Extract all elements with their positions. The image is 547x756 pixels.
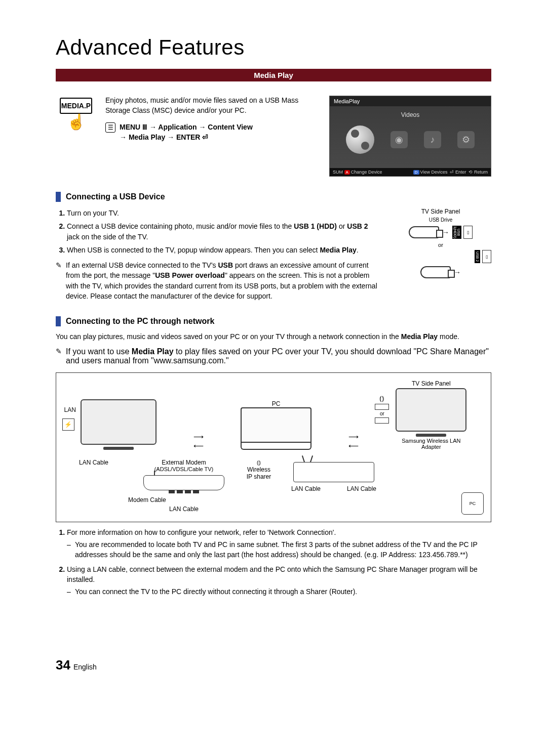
net-step1-text: For more information on how to configure… xyxy=(67,528,336,536)
wlan-adapter-icon xyxy=(375,404,389,410)
note-pc-share: If you want to use Media Play to play fi… xyxy=(66,347,491,365)
arrow-icon: → xyxy=(442,228,449,236)
page-number: 34 xyxy=(56,657,70,673)
section2-title: Connecting to the PC through network xyxy=(66,317,214,326)
note-icon: ✎ xyxy=(56,260,62,301)
red-badge: A xyxy=(344,170,350,175)
hand-icon: ☝ xyxy=(60,113,92,131)
tv-icon: LAN ⚡ xyxy=(81,399,157,450)
net-step2-text: Using a LAN cable, connect between the e… xyxy=(67,565,478,583)
blue-badge: D xyxy=(413,170,419,175)
modem-title: External Modem xyxy=(128,459,240,466)
arrow-bi-icon: ⟶⟵ xyxy=(193,433,204,450)
wlan-adapter-icon2 xyxy=(375,417,389,424)
net-step-1: For more information on how to configure… xyxy=(67,527,491,560)
section-marker-icon xyxy=(56,192,61,202)
para-network: You can play pictures, music and videos … xyxy=(56,331,491,342)
page-footer: 34 English xyxy=(56,657,491,673)
usb-drive-icon xyxy=(409,226,439,238)
side-tv-icon: ⦅⦆ or xyxy=(396,388,466,432)
step-1: Turn on your TV. xyxy=(67,208,380,218)
usb2-port-icon: ▯ xyxy=(482,250,491,263)
photos-icon: ◉ xyxy=(390,131,408,148)
section-banner: Media Play xyxy=(56,69,491,81)
lan-label: LAN xyxy=(64,406,76,413)
ss-view: View Devices xyxy=(420,170,448,175)
mediaplay-screenshot: MediaPlay Videos ◉ ♪ ⚙ SUM AChange Devic… xyxy=(329,96,491,177)
pc-label: PC xyxy=(241,400,311,407)
video-reel-icon xyxy=(346,125,374,154)
usb-drive-label: USB Drive xyxy=(390,217,491,223)
wall-socket-icon: ⚡ xyxy=(62,418,74,431)
ss-footer-left: SUM AChange Device xyxy=(333,170,382,175)
usb-drive-icon-2 xyxy=(420,266,451,278)
section-marker-icon xyxy=(56,316,61,326)
note-usb-overload: If an external USB device connected to t… xyxy=(66,260,380,301)
banner-label: Media Play xyxy=(254,71,293,79)
remote-media-button: MEDIA.P ☝ xyxy=(60,98,92,177)
net-step-2a: You can connect the TV to the PC directl… xyxy=(67,586,491,597)
section1-title: Connecting a USB Device xyxy=(66,192,165,201)
settings-icon: ⚙ xyxy=(457,131,475,148)
menu-icon: ☰ xyxy=(105,122,115,133)
ss-footer-right: DView Devices ⏎ Enter ⟲ Return xyxy=(413,170,488,175)
modem-icon xyxy=(143,475,224,490)
side-panel-title: TV Side Panel xyxy=(390,208,491,215)
lan-cable-label2: LAN Cable xyxy=(128,506,240,513)
net-step-1a: You are recommended to locate both TV an… xyxy=(67,539,491,560)
note-icon: ✎ xyxy=(56,347,62,365)
lan-cable-label: LAN Cable xyxy=(63,459,124,466)
usb1-port-icon: ▯ xyxy=(463,226,473,239)
wireless-ip-label: Wireless IP sharer xyxy=(244,466,274,480)
footer-lang: English xyxy=(73,663,97,671)
lan-cable-label4: LAN Cable xyxy=(347,485,376,492)
ss-mode-label: Videos xyxy=(330,111,491,118)
usb1-tag: USB 1(HDD) xyxy=(452,226,461,239)
lan-cable-label3: LAN Cable xyxy=(291,485,321,492)
laptop-icon: PC xyxy=(241,399,311,450)
pc-share-icon: PC xyxy=(461,492,484,515)
step-2: Connect a USB device containing photo, m… xyxy=(67,221,380,242)
nav-path: MENU Ⅲ → Application → Content View → Me… xyxy=(120,122,253,142)
modem-cable-label: Modem Cable xyxy=(128,496,166,503)
usb-steps: Turn on your TV. Connect a USB device co… xyxy=(56,208,380,255)
arrow-bi-icon: ⟶⟵ xyxy=(348,433,359,450)
ss-change: Change Device xyxy=(351,170,382,175)
network-steps: For more information on how to configure… xyxy=(56,527,491,597)
step-3: When USB is connected to the TV, popup w… xyxy=(67,245,380,255)
ss-enter: Enter xyxy=(455,170,466,175)
wifi-waves-icon: ⦅⦆ xyxy=(244,459,274,466)
intro-text: Enjoy photos, music and/or movie files s… xyxy=(105,96,316,115)
music-icon: ♪ xyxy=(424,131,441,148)
nav-line2: → Media Play → ENTER ⏎ xyxy=(120,133,208,141)
nav-line1: MENU Ⅲ → Application → Content View xyxy=(120,123,253,131)
ss-return: Return xyxy=(474,170,488,175)
wifi-waves-icon: ⦅⦆ xyxy=(370,394,394,403)
or-label: or xyxy=(390,242,491,248)
side-tv-title: TV Side Panel xyxy=(396,380,466,387)
page-title: Advanced Features xyxy=(56,35,491,60)
or-label-2: or xyxy=(370,411,394,416)
net-step-2: Using a LAN cable, connect between the e… xyxy=(67,564,491,597)
ss-header: MediaPlay xyxy=(330,96,491,106)
remote-key-label: MEDIA.P xyxy=(60,98,92,114)
arrow-icon-2: → xyxy=(454,268,461,276)
usb-side-diagram: TV Side Panel USB Drive → USB 1(HDD) ▯ o… xyxy=(390,208,491,301)
ss-sum: SUM xyxy=(333,170,343,175)
modem-sub: (ADSL/VDSL/Cable TV) xyxy=(128,466,240,472)
network-diagram: LAN ⚡ ⟶⟵ PC ⟶⟵ TV Side Panel ⦅⦆ or xyxy=(56,372,491,522)
samsung-wlan-label: Samsung Wireless LAN Adapter xyxy=(396,438,466,450)
router-icon xyxy=(293,462,374,482)
usb2-tag: USB 2 xyxy=(475,250,480,263)
